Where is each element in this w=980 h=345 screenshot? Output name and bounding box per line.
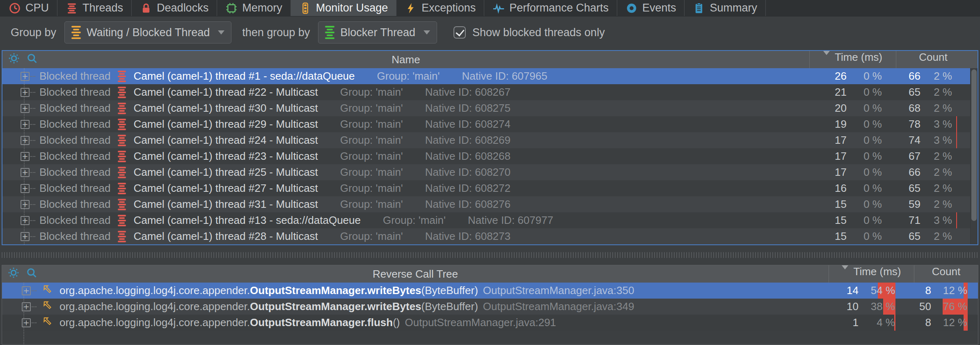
table-row-blocked-thread[interactable]: Blocked thread Camel (camel-1) thread #3…: [2, 100, 970, 116]
reverse-call-icon: [42, 284, 53, 297]
count-percent: 2 %: [934, 230, 952, 243]
tree-connector: [30, 140, 35, 141]
column-header-count[interactable]: Count: [914, 265, 978, 283]
column-header-time[interactable]: Time (ms): [809, 51, 896, 68]
column-header-call-tree[interactable]: Reverse Call Tree: [2, 265, 829, 283]
expand-toggle[interactable]: [21, 136, 30, 145]
expand-toggle[interactable]: [21, 200, 30, 209]
tab-summary[interactable]: Summary: [685, 0, 766, 16]
search-icon[interactable]: [26, 53, 38, 67]
expand-toggle[interactable]: [21, 120, 30, 129]
tab-threads[interactable]: Threads: [57, 0, 132, 16]
expand-toggle[interactable]: [21, 216, 30, 225]
table-row-blocked-thread[interactable]: Blocked thread Camel (camel-1) thread #2…: [2, 116, 970, 132]
time-value: 17: [809, 132, 847, 148]
expand-toggle[interactable]: [22, 286, 31, 295]
expand-toggle[interactable]: [21, 232, 30, 241]
expand-toggle[interactable]: [21, 88, 30, 97]
expand-toggle[interactable]: [21, 72, 30, 81]
thread-name: Camel (camel-1) thread #29 - Multicast: [133, 118, 318, 131]
table-row-blocked-thread[interactable]: Blocked thread Camel (camel-1) thread #1…: [2, 212, 970, 228]
sort-desc-icon: [842, 265, 848, 269]
tab-deadlocks[interactable]: Deadlocks: [132, 0, 217, 16]
table-row-blocked-thread[interactable]: Blocked thread Camel (camel-1) thread #2…: [2, 228, 970, 244]
scrollbar-thumb[interactable]: [971, 69, 977, 221]
thread-group: Group: 'main': [340, 86, 403, 99]
table-row-blocked-thread[interactable]: Blocked thread Camel (camel-1) thread #2…: [2, 148, 970, 164]
call-tree-body: org.apache.logging.log4j.core.appender.O…: [2, 283, 978, 344]
thread-native-id: Native ID: 607965: [462, 70, 547, 83]
thread-group: Group: 'main': [340, 118, 403, 131]
tab-memory[interactable]: Memory: [217, 0, 291, 16]
table-row-blocked-thread[interactable]: Blocked thread Camel (camel-1) thread #2…: [2, 180, 970, 196]
thread-name: Camel (camel-1) thread #13 - seda://data…: [133, 214, 361, 227]
table-row-blocked-thread[interactable]: Blocked thread Camel (camel-1) thread #2…: [2, 84, 970, 100]
checkbox-box[interactable]: [453, 26, 466, 39]
table-row-blocked-thread[interactable]: Blocked thread Camel (camel-1) thread #3…: [2, 196, 970, 212]
time-percent: 0 %: [863, 166, 882, 179]
blocked-thread-state-icon: [118, 103, 126, 114]
table-row-call-site[interactable]: org.apache.logging.log4j.core.appender.O…: [2, 315, 978, 331]
tab-label: CPU: [25, 2, 49, 14]
gear-icon[interactable]: [8, 53, 20, 67]
expand-toggle[interactable]: [21, 184, 30, 193]
table-row-call-site[interactable]: org.apache.logging.log4j.core.appender.O…: [2, 283, 978, 299]
blocked-threads-panel: Name Time (ms) Count Blocked thread Came…: [2, 50, 978, 245]
tab-label: Performance Charts: [509, 2, 609, 14]
expand-toggle[interactable]: [22, 302, 31, 311]
gear-icon[interactable]: [8, 267, 19, 281]
time-value: 20: [809, 100, 847, 116]
then-group-by-label: then group by: [242, 26, 310, 39]
table-row-call-site[interactable]: org.apache.logging.log4j.core.appender.O…: [2, 299, 978, 315]
threads-table-body: Blocked thread Camel (camel-1) thread #1…: [2, 68, 978, 244]
time-percent: 0 %: [863, 118, 882, 131]
time-value: 17: [809, 164, 847, 180]
time-value: 15: [809, 212, 847, 228]
table-row-blocked-thread[interactable]: Blocked thread Camel (camel-1) thread #2…: [2, 132, 970, 148]
count-value: 71: [896, 212, 926, 228]
table-row-blocked-thread[interactable]: Blocked thread Camel (camel-1) thread #2…: [2, 164, 970, 180]
tree-connector: [32, 322, 37, 323]
blocked-thread-state-icon: [118, 71, 126, 82]
time-percent: 0 %: [863, 230, 882, 243]
tab-performance-charts[interactable]: Performance Charts: [484, 0, 617, 16]
column-header-time[interactable]: Time (ms): [829, 265, 914, 283]
column-header-name[interactable]: Name: [2, 51, 809, 68]
column-header-count[interactable]: Count: [896, 51, 970, 68]
tab-monitor-usage[interactable]: Monitor Usage: [291, 0, 397, 16]
count-percent: 2 %: [934, 102, 952, 115]
expand-toggle[interactable]: [21, 104, 30, 113]
method-fqn: org.apache.logging.log4j.core.appender.O…: [60, 284, 478, 297]
thread-status-label: Blocked thread: [39, 182, 110, 195]
table-row-blocked-thread[interactable]: Blocked thread Camel (camel-1) thread #1…: [2, 68, 970, 84]
thread-name: Camel (camel-1) thread #28 - Multicast: [133, 230, 318, 243]
source-location: OutputStreamManager.java:349: [483, 300, 634, 313]
checkbox-label: Show blocked threads only: [472, 26, 605, 39]
tab-exceptions[interactable]: Exceptions: [396, 0, 484, 16]
group-by-dropdown[interactable]: Waiting / Blocked Thread: [64, 21, 231, 44]
vertical-scrollbar[interactable]: [970, 68, 978, 244]
memory-chip-icon: [225, 2, 238, 14]
then-group-by-dropdown[interactable]: Blocker Thread: [318, 21, 437, 44]
expand-toggle[interactable]: [22, 318, 31, 327]
time-percent: 0 %: [863, 182, 882, 195]
thread-group: Group: 'main': [340, 230, 403, 243]
search-icon[interactable]: [26, 267, 37, 281]
thread-group: Group: 'main': [340, 150, 403, 163]
tab-cpu[interactable]: CPU: [0, 0, 57, 16]
time-value: 16: [809, 180, 847, 196]
expand-toggle[interactable]: [21, 168, 30, 177]
show-blocked-threads-checkbox[interactable]: Show blocked threads only: [453, 26, 605, 39]
panel-splitter[interactable]: [2, 246, 978, 264]
expand-toggle[interactable]: [21, 152, 30, 161]
count-percent: 2 %: [934, 70, 952, 83]
thread-status-label: Blocked thread: [39, 134, 110, 147]
thread-name: Camel (camel-1) thread #30 - Multicast: [133, 102, 318, 115]
count-percent-bar: [956, 132, 957, 148]
lightning-icon: [405, 2, 417, 14]
thread-native-id: Native ID: 608269: [425, 134, 511, 147]
count-percent: 3 %: [934, 118, 952, 131]
thread-name: Camel (camel-1) thread #24 - Multicast: [133, 134, 318, 147]
tree-connector: [30, 108, 35, 109]
tab-events[interactable]: Events: [617, 0, 685, 16]
